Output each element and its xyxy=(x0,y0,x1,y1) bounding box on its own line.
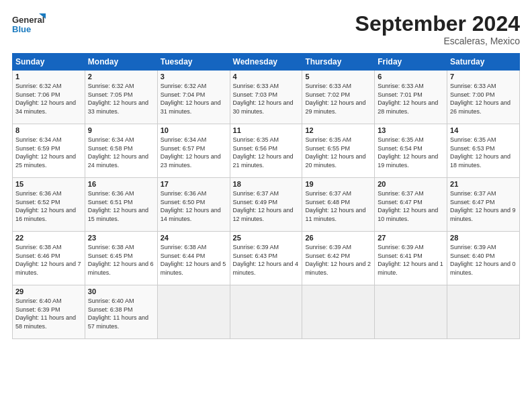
subtitle: Escaleras, Mexico xyxy=(355,36,520,46)
day-info: Sunrise: 6:38 AMSunset: 6:44 PMDaylight:… xyxy=(161,244,226,276)
calendar-row: 8 Sunrise: 6:34 AMSunset: 6:59 PMDayligh… xyxy=(13,124,520,178)
calendar-row: 1 Sunrise: 6:32 AMSunset: 7:06 PMDayligh… xyxy=(13,71,520,124)
calendar-cell: 30 Sunrise: 6:40 AMSunset: 6:38 PMDaylig… xyxy=(85,285,157,339)
col-monday: Monday xyxy=(85,54,157,71)
day-number: 21 xyxy=(450,180,517,188)
day-info: Sunrise: 6:34 AMSunset: 6:59 PMDaylight:… xyxy=(15,136,76,169)
day-number: 2 xyxy=(88,73,154,81)
day-number: 18 xyxy=(233,180,300,188)
calendar-cell: 27 Sunrise: 6:39 AMSunset: 6:41 PMDaylig… xyxy=(375,232,447,285)
calendar-cell: 12 Sunrise: 6:35 AMSunset: 6:55 PMDaylig… xyxy=(302,124,375,178)
day-info: Sunrise: 6:33 AMSunset: 7:02 PMDaylight:… xyxy=(305,83,365,115)
day-number: 29 xyxy=(15,287,82,295)
col-tuesday: Tuesday xyxy=(157,54,230,71)
calendar-cell xyxy=(302,285,375,339)
calendar-cell: 7 Sunrise: 6:33 AMSunset: 7:00 PMDayligh… xyxy=(447,71,520,124)
day-number: 16 xyxy=(88,180,154,188)
day-info: Sunrise: 6:36 AMSunset: 6:50 PMDaylight:… xyxy=(161,190,221,222)
day-number: 11 xyxy=(233,126,300,134)
calendar-cell: 6 Sunrise: 6:33 AMSunset: 7:01 PMDayligh… xyxy=(375,71,447,124)
day-info: Sunrise: 6:33 AMSunset: 7:03 PMDaylight:… xyxy=(233,83,294,115)
day-info: Sunrise: 6:39 AMSunset: 6:40 PMDaylight:… xyxy=(450,244,516,276)
col-friday: Friday xyxy=(375,54,447,71)
title-block: September 2024 Escaleras, Mexico xyxy=(355,12,520,46)
day-info: Sunrise: 6:33 AMSunset: 7:01 PMDaylight:… xyxy=(378,83,438,115)
day-number: 30 xyxy=(88,287,154,295)
day-number: 12 xyxy=(305,126,371,134)
day-info: Sunrise: 6:35 AMSunset: 6:55 PMDaylight:… xyxy=(305,136,365,169)
day-info: Sunrise: 6:38 AMSunset: 6:45 PMDaylight:… xyxy=(88,244,154,276)
day-info: Sunrise: 6:32 AMSunset: 7:05 PMDaylight:… xyxy=(88,83,148,115)
calendar-cell: 10 Sunrise: 6:34 AMSunset: 6:57 PMDaylig… xyxy=(157,124,230,178)
day-info: Sunrise: 6:32 AMSunset: 7:06 PMDaylight:… xyxy=(15,83,76,115)
day-number: 20 xyxy=(378,180,444,188)
day-number: 28 xyxy=(450,234,517,242)
day-info: Sunrise: 6:36 AMSunset: 6:52 PMDaylight:… xyxy=(15,190,76,222)
day-info: Sunrise: 6:39 AMSunset: 6:43 PMDaylight:… xyxy=(233,244,299,276)
day-info: Sunrise: 6:35 AMSunset: 6:53 PMDaylight:… xyxy=(450,136,511,169)
day-number: 13 xyxy=(378,126,444,134)
day-number: 7 xyxy=(450,73,517,81)
day-number: 23 xyxy=(88,234,154,242)
svg-text:Blue: Blue xyxy=(12,24,31,34)
day-number: 26 xyxy=(305,234,371,242)
day-number: 9 xyxy=(88,126,154,134)
logo-svg: General Blue xyxy=(12,12,46,38)
day-info: Sunrise: 6:39 AMSunset: 6:42 PMDaylight:… xyxy=(305,244,371,276)
calendar-cell: 2 Sunrise: 6:32 AMSunset: 7:05 PMDayligh… xyxy=(85,71,157,124)
calendar-cell: 9 Sunrise: 6:34 AMSunset: 6:58 PMDayligh… xyxy=(85,124,157,178)
day-number: 17 xyxy=(161,180,227,188)
day-info: Sunrise: 6:39 AMSunset: 6:41 PMDaylight:… xyxy=(378,244,443,276)
day-info: Sunrise: 6:34 AMSunset: 6:57 PMDaylight:… xyxy=(161,136,221,169)
day-info: Sunrise: 6:37 AMSunset: 6:49 PMDaylight:… xyxy=(233,190,294,222)
day-number: 5 xyxy=(305,73,371,81)
svg-text:General: General xyxy=(12,15,44,25)
day-number: 4 xyxy=(233,73,300,81)
calendar-cell: 5 Sunrise: 6:33 AMSunset: 7:02 PMDayligh… xyxy=(302,71,375,124)
calendar-cell: 13 Sunrise: 6:35 AMSunset: 6:54 PMDaylig… xyxy=(375,124,447,178)
calendar-cell xyxy=(157,285,230,339)
calendar-cell: 8 Sunrise: 6:34 AMSunset: 6:59 PMDayligh… xyxy=(13,124,85,178)
day-info: Sunrise: 6:38 AMSunset: 6:46 PMDaylight:… xyxy=(15,244,81,276)
day-info: Sunrise: 6:37 AMSunset: 6:48 PMDaylight:… xyxy=(305,190,365,222)
calendar-cell: 16 Sunrise: 6:36 AMSunset: 6:51 PMDaylig… xyxy=(85,178,157,232)
calendar-row: 15 Sunrise: 6:36 AMSunset: 6:52 PMDaylig… xyxy=(13,178,520,232)
calendar-cell: 23 Sunrise: 6:38 AMSunset: 6:45 PMDaylig… xyxy=(85,232,157,285)
calendar-cell: 22 Sunrise: 6:38 AMSunset: 6:46 PMDaylig… xyxy=(13,232,85,285)
calendar-cell xyxy=(375,285,447,339)
header-row: Sunday Monday Tuesday Wednesday Thursday… xyxy=(13,54,520,71)
calendar-row: 29 Sunrise: 6:40 AMSunset: 6:39 PMDaylig… xyxy=(13,285,520,339)
calendar-cell: 24 Sunrise: 6:38 AMSunset: 6:44 PMDaylig… xyxy=(157,232,230,285)
logo: General Blue xyxy=(12,12,46,38)
day-info: Sunrise: 6:34 AMSunset: 6:58 PMDaylight:… xyxy=(88,136,148,169)
day-info: Sunrise: 6:35 AMSunset: 6:56 PMDaylight:… xyxy=(233,136,294,169)
day-info: Sunrise: 6:37 AMSunset: 6:47 PMDaylight:… xyxy=(450,190,516,222)
calendar-cell: 17 Sunrise: 6:36 AMSunset: 6:50 PMDaylig… xyxy=(157,178,230,232)
calendar-cell: 15 Sunrise: 6:36 AMSunset: 6:52 PMDaylig… xyxy=(13,178,85,232)
day-info: Sunrise: 6:36 AMSunset: 6:51 PMDaylight:… xyxy=(88,190,148,222)
col-sunday: Sunday xyxy=(13,54,85,71)
day-number: 27 xyxy=(378,234,444,242)
month-title: September 2024 xyxy=(355,12,520,36)
day-info: Sunrise: 6:35 AMSunset: 6:54 PMDaylight:… xyxy=(378,136,438,169)
calendar-cell: 19 Sunrise: 6:37 AMSunset: 6:48 PMDaylig… xyxy=(302,178,375,232)
calendar-cell xyxy=(230,285,302,339)
calendar-cell: 20 Sunrise: 6:37 AMSunset: 6:47 PMDaylig… xyxy=(375,178,447,232)
day-info: Sunrise: 6:37 AMSunset: 6:47 PMDaylight:… xyxy=(378,190,438,222)
calendar-cell: 18 Sunrise: 6:37 AMSunset: 6:49 PMDaylig… xyxy=(230,178,302,232)
day-number: 14 xyxy=(450,126,517,134)
day-number: 22 xyxy=(15,234,82,242)
day-number: 19 xyxy=(305,180,371,188)
col-thursday: Thursday xyxy=(302,54,375,71)
day-number: 10 xyxy=(161,126,227,134)
col-saturday: Saturday xyxy=(447,54,520,71)
page: General Blue September 2024 Escaleras, M… xyxy=(0,0,532,411)
calendar-cell: 28 Sunrise: 6:39 AMSunset: 6:40 PMDaylig… xyxy=(447,232,520,285)
calendar-cell: 14 Sunrise: 6:35 AMSunset: 6:53 PMDaylig… xyxy=(447,124,520,178)
col-wednesday: Wednesday xyxy=(230,54,302,71)
calendar-cell: 4 Sunrise: 6:33 AMSunset: 7:03 PMDayligh… xyxy=(230,71,302,124)
header: General Blue September 2024 Escaleras, M… xyxy=(12,12,520,46)
day-number: 6 xyxy=(378,73,444,81)
calendar-cell: 1 Sunrise: 6:32 AMSunset: 7:06 PMDayligh… xyxy=(13,71,85,124)
calendar-cell: 29 Sunrise: 6:40 AMSunset: 6:39 PMDaylig… xyxy=(13,285,85,339)
